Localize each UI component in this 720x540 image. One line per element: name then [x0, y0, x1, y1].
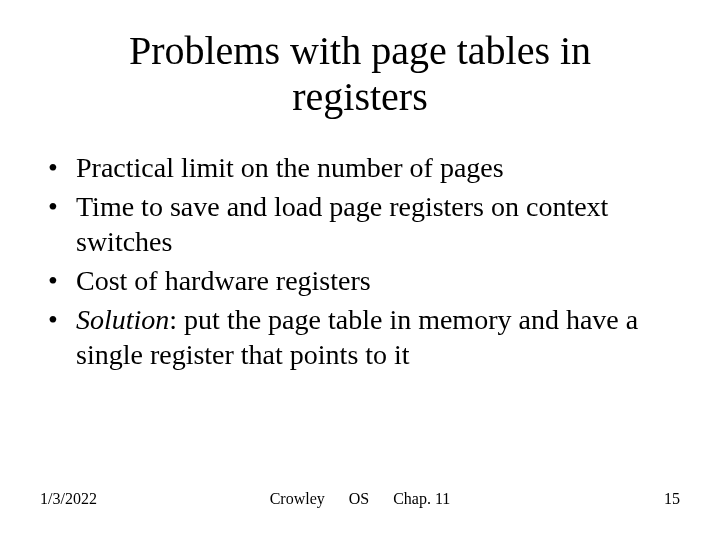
bullet-item: Solution: put the page table in memory a…: [40, 302, 680, 372]
slide-title: Problems with page tables in registers: [0, 0, 720, 120]
bullet-item: Practical limit on the number of pages: [40, 150, 680, 185]
bullet-text: Practical limit on the number of pages: [76, 152, 504, 183]
bullet-item: Cost of hardware registers: [40, 263, 680, 298]
slide: Problems with page tables in registers P…: [0, 0, 720, 540]
footer-chapter: Chap. 11: [393, 490, 450, 507]
slide-body: Practical limit on the number of pages T…: [0, 120, 720, 372]
footer-course: OS: [349, 490, 369, 507]
bullet-text: Time to save and load page registers on …: [76, 191, 608, 257]
solution-label: Solution: [76, 304, 169, 335]
bullet-item: Time to save and load page registers on …: [40, 189, 680, 259]
bullet-text: Cost of hardware registers: [76, 265, 371, 296]
footer-center: Crowley OS Chap. 11: [0, 490, 720, 508]
footer-author: Crowley: [270, 490, 325, 507]
bullet-list: Practical limit on the number of pages T…: [40, 150, 680, 372]
footer-page-number: 15: [664, 490, 680, 508]
